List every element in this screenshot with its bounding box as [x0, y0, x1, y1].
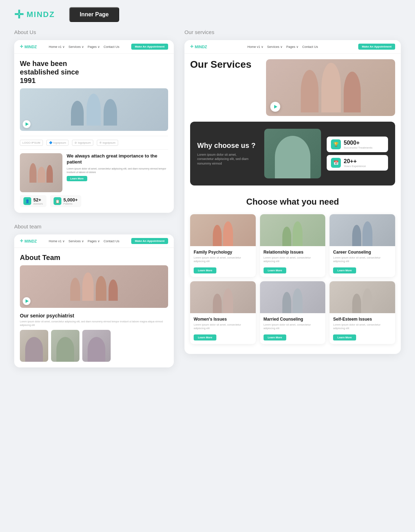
why-choose-left: Why choose us ? Lorem ipsum dolor sit am…	[197, 142, 259, 166]
play-triangle-icon	[26, 122, 29, 126]
services-hero-title: Our Services	[190, 59, 261, 70]
team-play-button[interactable]	[23, 297, 31, 305]
service-womens-issues-btn[interactable]: Learn More	[194, 334, 216, 340]
stat-icon-advisors: 👤	[23, 197, 31, 205]
team-nav-contact[interactable]: Contact Us	[104, 239, 120, 243]
sr-fig-1	[282, 227, 291, 246]
service-married-counseling-desc: Lorem ipsum dolor sit amet, consectetur …	[264, 323, 322, 331]
srv-nav-home[interactable]: Home v1 ∨	[247, 45, 264, 49]
service-self-esteem-issues: Self-Esteem Issues Lorem ipsum dolor sit…	[330, 281, 395, 344]
services-play-button[interactable]	[270, 102, 280, 112]
psychiatrist-desc: Lorem ipsum dolor sit amet, consectetur …	[20, 320, 168, 327]
mini-nav-links: Home v1 ∨ Services ∨ Pages ∨ Contact Us	[49, 45, 119, 49]
services-figure-2	[321, 63, 341, 112]
about-us-section-label: About Us	[14, 29, 174, 35]
inner-page-button[interactable]: Inner Page	[69, 7, 120, 22]
team-nav-pages[interactable]: Pages ∨	[88, 239, 100, 243]
services-mini-nav-links: Home v1 ∨ Services ∨ Pages ∨ Contact Us	[247, 45, 318, 49]
mini-nav-cta[interactable]: Make An Appointment	[131, 44, 168, 50]
service-self-esteem-issues-content: Self-Esteem Issues Lorem ipsum dolor sit…	[330, 313, 395, 344]
team-figure-4	[109, 279, 118, 301]
logo-row: LOGO IPSUM 🔷 logoipsum ⊘ logoipsum ❊ log…	[20, 136, 168, 150]
ss-fig-1	[352, 294, 361, 313]
stat-advisors-info: 52+ Advisors	[33, 197, 43, 205]
services-figure-3	[344, 72, 361, 112]
why-stat-treatments-number: 5000+	[344, 140, 372, 146]
team-mini-nav: ✛ MINDZ Home v1 ∨ Services ∨ Pages ∨ Con…	[14, 234, 174, 248]
service-married-counseling-name: Married Counseling	[264, 317, 322, 322]
stat-patients-info: 5,000+ Patients	[63, 197, 78, 205]
logo-text: MINDZ	[27, 10, 55, 19]
figure-1	[71, 101, 84, 126]
sm-fig-1	[282, 292, 291, 313]
about-body: We always attach great importance to the…	[20, 153, 168, 192]
why-choose-desc: Lorem ipsum dolor sit amet, consectetur …	[197, 153, 254, 166]
team-nav-home[interactable]: Home v1 ∨	[49, 239, 65, 243]
services-mini-nav-cta[interactable]: Make An Appointment	[358, 44, 395, 50]
left-column: About Us ✛ MINDZ Home v1 ∨ Services ∨ Pa…	[14, 29, 174, 378]
team-mini-logo-text: MINDZ	[24, 239, 37, 243]
logo-3: ⊘ logoipsum	[72, 140, 93, 146]
figure-2	[87, 94, 101, 126]
why-choose-stats: 🏆 5000+ Successful Treatments 📅 20++ Yea…	[327, 137, 388, 171]
about-body-text: We always attach great importance to the…	[67, 153, 168, 192]
team-play-triangle-icon	[26, 299, 29, 303]
nav-link-pages[interactable]: Pages ∨	[88, 45, 100, 49]
srv-nav-services[interactable]: Services ∨	[267, 45, 283, 49]
body-figures	[29, 163, 53, 183]
service-relationship-issues-btn[interactable]: Learn More	[264, 267, 286, 273]
why-choose-section: Why choose us ? Lorem ipsum dolor sit am…	[190, 122, 395, 185]
nav-link-services[interactable]: Services ∨	[68, 45, 84, 49]
learn-more-button[interactable]: Learn More	[67, 176, 87, 181]
psych-figure-3	[88, 337, 105, 362]
choose-title: Choose what you need	[190, 197, 395, 207]
srv-nav-pages[interactable]: Pages ∨	[286, 45, 299, 49]
sw-fig-2	[223, 288, 233, 313]
services-grid-row1: Family Psychology Lorem ipsum dolor sit …	[190, 214, 395, 277]
mini-logo-icon: ✛	[20, 44, 23, 49]
play-button[interactable]	[23, 120, 31, 128]
about-preview-content: We have been established since 1991 LOGO…	[14, 54, 174, 213]
logo-2: 🔷 logoipsum	[46, 140, 69, 146]
services-grid-row2: Women's Issues Lorem ipsum dolor sit ame…	[190, 281, 395, 344]
about-hero-image	[20, 88, 168, 131]
team-mini-nav-cta[interactable]: Make An Appointment	[131, 238, 168, 244]
sw-fig-1	[213, 294, 222, 313]
service-family-psychology-image	[190, 214, 256, 246]
service-career-counseling-btn[interactable]: Learn More	[333, 267, 356, 273]
why-stat-experience-label: Years Experience	[344, 165, 366, 168]
services-card: ✛ MINDZ Home v1 ∨ Services ∨ Pages ∨ Con…	[184, 40, 401, 354]
team-mini-nav-links: Home v1 ∨ Services ∨ Pages ∨ Contact Us	[49, 239, 119, 243]
services-play-triangle-icon	[274, 105, 277, 109]
about-us-mini-nav: ✛ MINDZ Home v1 ∨ Services ∨ Pages ∨ Con…	[14, 40, 174, 54]
services-mini-logo-icon: ✛	[190, 44, 193, 49]
nav-link-home[interactable]: Home v1 ∨	[49, 45, 65, 49]
about-body-image	[20, 153, 62, 192]
nav-link-contact[interactable]: Contact Us	[104, 45, 120, 49]
about-us-card: ✛ MINDZ Home v1 ∨ Services ∨ Pages ∨ Con…	[14, 40, 174, 213]
sc-fig-2	[363, 221, 372, 246]
body-figure-1	[29, 163, 37, 183]
service-relationship-issues-name: Relationship Issues	[264, 250, 322, 255]
sp-fig-1	[213, 225, 222, 246]
header: ✛ MINDZ Inner Page	[0, 0, 415, 29]
team-mini-nav-logo: ✛ MINDZ	[20, 239, 37, 243]
team-title: About Team	[20, 254, 168, 262]
stat-patients: 📋 5,000+ Patients	[50, 195, 81, 207]
choose-section: Choose what you need Family Psychology	[184, 191, 401, 354]
srv-nav-contact[interactable]: Contact Us	[302, 45, 318, 49]
service-family-psychology-content: Family Psychology Lorem ipsum dolor sit …	[190, 246, 256, 277]
service-family-psychology-btn[interactable]: Learn More	[194, 267, 216, 273]
main-layout: About Us ✛ MINDZ Home v1 ∨ Services ∨ Pa…	[0, 29, 415, 392]
about-body-heading: We always attach great importance to the…	[67, 153, 168, 165]
about-body-desc: Lorem ipsum dolor sit amet, consectetur …	[67, 167, 168, 174]
team-figure-2	[82, 272, 94, 301]
about-team-card: ✛ MINDZ Home v1 ∨ Services ∨ Pages ∨ Con…	[14, 234, 174, 367]
services-figure-1	[301, 70, 319, 112]
team-nav-services[interactable]: Services ∨	[68, 239, 84, 243]
service-family-psychology: Family Psychology Lorem ipsum dolor sit …	[190, 214, 256, 277]
service-womens-issues-content: Women's Issues Lorem ipsum dolor sit ame…	[190, 313, 256, 344]
service-self-esteem-issues-btn[interactable]: Learn More	[333, 334, 356, 340]
service-married-counseling-btn[interactable]: Learn More	[264, 334, 286, 340]
services-hero-image	[266, 59, 395, 116]
